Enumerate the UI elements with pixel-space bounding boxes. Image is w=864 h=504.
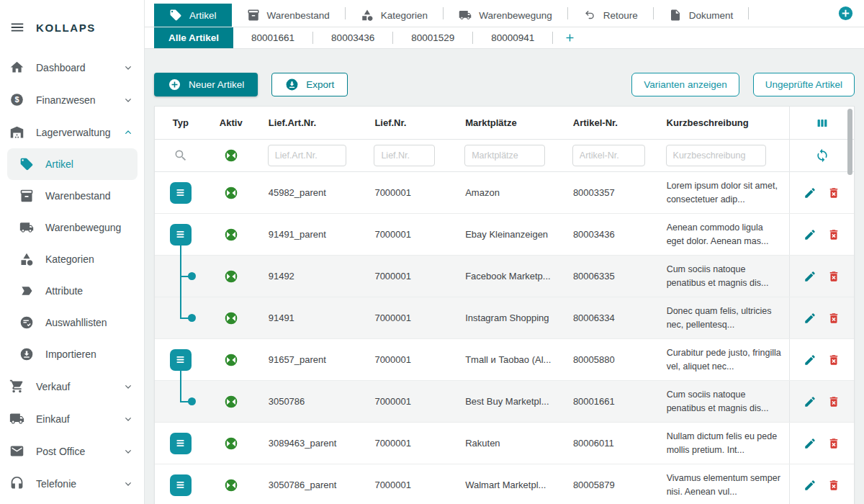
table-scrollbar-thumb[interactable] [847, 109, 852, 175]
delete-icon[interactable] [827, 228, 840, 241]
add-circle-icon [168, 78, 181, 91]
main-tabbar: ArtikelWarenbestandKategorienWarenbewegu… [145, 0, 864, 27]
cell-lief-art-nr: 91491_parent [256, 214, 362, 255]
delete-icon[interactable] [827, 395, 840, 408]
edit-icon[interactable] [804, 354, 816, 366]
edit-icon[interactable] [804, 479, 816, 492]
sidebar-item-label: Einkauf [36, 413, 70, 425]
tab-retoure[interactable]: Retoure [568, 4, 653, 27]
new-article-button[interactable]: Neuer Artikel [154, 73, 258, 96]
cell-lief-art-nr: 3050786 [256, 381, 362, 422]
subtab-80003436[interactable]: 80003436 [313, 27, 392, 48]
filter-marktplaetze-input[interactable] [464, 145, 545, 166]
filter-lief-art-nr-input[interactable] [268, 145, 346, 166]
sidebar-item-kategorien[interactable]: Kategorien [7, 243, 138, 275]
delete-icon[interactable] [827, 186, 840, 199]
sidebar-item-verkauf[interactable]: Verkauf [0, 370, 144, 402]
table-row[interactable]: 30507867000001Best Buy Marketpl...800016… [155, 381, 854, 423]
sidebar-item-post-office[interactable]: Post Office [0, 435, 144, 467]
parent-article-type-icon[interactable] [170, 349, 192, 371]
app-root: KOLLAPS Dashboard$FinanzwesenLagerverwal… [0, 0, 864, 504]
parent-article-type-icon[interactable] [170, 224, 192, 246]
table-row[interactable]: 91491_parent7000001Ebay Kleinanzeigen800… [155, 214, 854, 256]
sidebar: KOLLAPS Dashboard$FinanzwesenLagerverwal… [0, 0, 145, 504]
edit-icon[interactable] [804, 437, 816, 450]
unchecked-articles-button[interactable]: Ungeprüfte Artikel [753, 73, 855, 96]
active-status-icon [224, 436, 238, 451]
parent-article-type-icon[interactable] [170, 433, 192, 454]
tag-icon [19, 157, 34, 171]
column-header-artikel-nr[interactable]: Artikel-Nr. [560, 107, 654, 139]
category-icon [361, 9, 374, 22]
sidebar-item-telefonie[interactable]: Telefonie [0, 467, 144, 500]
table-row[interactable]: 3050786_parent7000001Walmart Marketpl...… [155, 464, 854, 504]
sidebar-item-label: Auswahllisten [45, 317, 107, 328]
tab-warenbewegung[interactable]: Warenbewegung [444, 4, 567, 27]
delete-icon[interactable] [827, 479, 840, 492]
edit-icon[interactable] [804, 186, 816, 199]
sidebar-item-lagerverwaltung[interactable]: Lagerverwaltung [0, 116, 144, 148]
tab-dokument[interactable]: Dokument [654, 4, 749, 27]
filter-lief-nr-input[interactable] [374, 145, 435, 166]
sidebar-item-warenbestand[interactable]: Warenbestand [7, 180, 138, 212]
chevron-up-icon [122, 127, 134, 138]
subtab-80001529[interactable]: 80001529 [393, 27, 472, 48]
table-row[interactable]: 3089463_parent7000001Rakuten80006011Null… [155, 423, 854, 464]
filter-kurzbeschreibung-input[interactable] [666, 145, 766, 166]
column-header-lief-art-nr[interactable]: Lief.Art.Nr. [256, 107, 362, 139]
delete-icon[interactable] [827, 437, 840, 450]
table-row[interactable]: 91657_parent7000001Tmall и Taobao (Al...… [155, 339, 854, 381]
sidebar-item-auswahllisten[interactable]: Auswahllisten [7, 307, 138, 338]
sidebar-item-warenbewegung[interactable]: Warenbewegung [7, 212, 138, 243]
table-row[interactable]: 45982_parent7000001Amazon80003357Lorem i… [155, 172, 854, 214]
parent-article-type-icon[interactable] [170, 474, 192, 496]
tab-warenbestand[interactable]: Warenbestand [232, 4, 345, 27]
sidebar-item-einkauf[interactable]: Einkauf [0, 402, 144, 435]
cell-lief-nr: 7000001 [361, 381, 452, 422]
subtab-80001661[interactable]: 80001661 [233, 27, 312, 48]
tab-kategorien[interactable]: Kategorien [346, 4, 443, 27]
delete-icon[interactable] [827, 312, 840, 325]
delete-icon[interactable] [827, 354, 840, 366]
column-header-marktplaetze[interactable]: Marktplätze [452, 107, 560, 139]
menu-icon[interactable] [9, 19, 25, 35]
delete-icon[interactable] [827, 270, 840, 283]
table-row[interactable]: 914917000001Instagram Shopping80006334Do… [155, 297, 854, 339]
sidebar-item-dashboard[interactable]: Dashboard [0, 51, 144, 84]
sidebar-item-label: Kategorien [45, 253, 94, 265]
cell-lief-nr: 7000001 [361, 214, 452, 255]
tab-artikel[interactable]: Artikel [154, 4, 232, 27]
cell-kurzbeschreibung: Vivamus elementum semper nisi. Aenean vu… [654, 472, 790, 499]
sidebar-item-artikel[interactable]: Artikel [7, 148, 138, 180]
edit-icon[interactable] [804, 312, 816, 325]
column-header-kurzbeschreibung[interactable]: Kurzbeschreibung [654, 107, 790, 139]
edit-icon[interactable] [804, 270, 816, 283]
add-tab-icon[interactable] [837, 5, 854, 22]
sidebar-item-label: Finanzwesen [36, 94, 96, 106]
toolbar: Neuer Artikel Export Varianten anzeigen … [154, 73, 855, 96]
parent-article-type-icon[interactable] [170, 182, 192, 204]
sidebar-item-finanzwesen[interactable]: $Finanzwesen [0, 84, 144, 116]
tree-connector-line [180, 381, 181, 402]
show-variants-button[interactable]: Varianten anzeigen [631, 73, 739, 96]
column-header-aktiv[interactable]: Aktiv [207, 107, 256, 139]
cell-marktplatz: Best Buy Marketpl... [452, 381, 560, 422]
add-subtab-button[interactable] [553, 27, 587, 48]
cell-lief-nr: 7000001 [361, 464, 452, 504]
sidebar-item-attribute[interactable]: Attribute [7, 275, 138, 307]
subtab-alle-artikel[interactable]: Alle Artikel [154, 27, 233, 48]
column-header-lief-nr[interactable]: Lief.Nr. [361, 107, 452, 139]
column-header-typ[interactable]: Typ [155, 107, 207, 139]
edit-icon[interactable] [804, 395, 816, 408]
edit-icon[interactable] [804, 228, 816, 241]
table-row[interactable]: 914927000001Facebook Marketp...80006335C… [155, 256, 854, 297]
active-status-icon [224, 478, 238, 492]
sidebar-item-importieren[interactable]: Importieren [7, 338, 138, 370]
main-area: ArtikelWarenbestandKategorienWarenbewegu… [145, 0, 864, 504]
active-filter-icon[interactable] [224, 148, 238, 163]
subtab-80000941[interactable]: 80000941 [473, 27, 552, 48]
export-button[interactable]: Export [271, 73, 348, 96]
refresh-icon[interactable] [815, 148, 829, 163]
columns-settings-icon[interactable] [814, 115, 830, 131]
filter-artikel-nr-input[interactable] [572, 145, 645, 166]
